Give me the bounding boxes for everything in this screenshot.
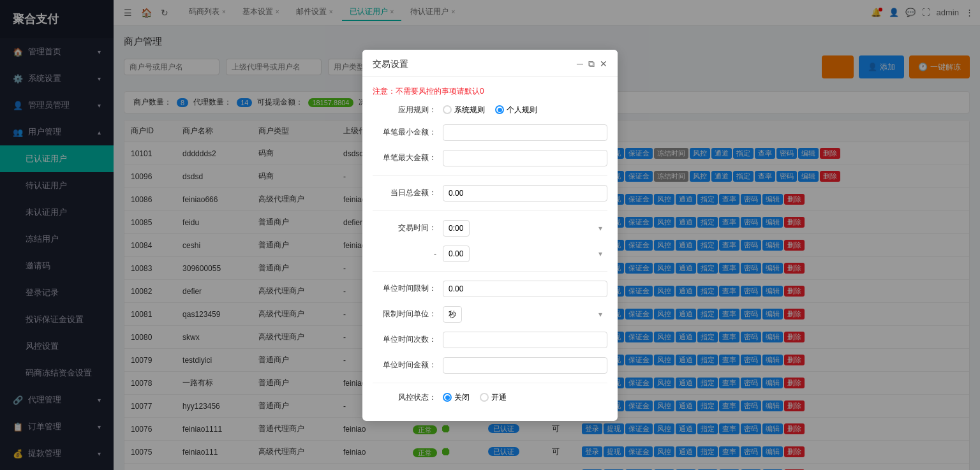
modal-body: 注意：不需要风控的事项请默认0 应用规则： 系统规则 个人规则 单笔最 [362,77,618,421]
risk-on-radio[interactable] [480,393,489,402]
modal-controls: ─ ⧉ ✕ [577,59,607,70]
time-end-select[interactable]: 0.00 [443,246,470,262]
personal-rule-option[interactable]: 个人规则 [495,105,537,115]
modal-title: 交易设置 [373,59,408,70]
unit-time-count-label: 单位时间次数： [373,334,443,345]
unit-time-limit-label: 单位时间限制： [373,283,443,294]
unit-time-amount-label: 单位时间金额： [373,360,443,371]
transaction-time-row: 交易时间： 0:00 [373,220,607,237]
min-amount-row: 单笔最小金额： [373,124,607,141]
unit-time-limit-input[interactable] [443,281,607,297]
max-amount-input[interactable] [443,150,607,166]
apply-rule-row: 应用规则： 系统规则 个人规则 [373,105,607,115]
modal-overlay: 交易设置 ─ ⧉ ✕ 注意：不需要风控的事项请默认0 应用规则： 系统规则 [0,0,980,470]
unit-time-limit-row: 单位时间限制： [373,281,607,297]
limit-time-unit-label: 限制时间单位： [373,309,443,319]
transaction-time-label: 交易时间： [373,223,443,233]
unit-time-count-input[interactable] [443,332,607,348]
max-amount-row: 单笔最大金额： [373,150,607,166]
transaction-time-sep: - [373,249,443,258]
limit-time-unit-select[interactable]: 秒 分 时 [443,306,462,323]
time-start-select[interactable]: 0:00 [443,220,470,237]
modal-notice: 注意：不需要风控的事项请默认0 [373,86,607,97]
risk-status-label: 风控状态： [373,392,443,403]
transaction-time-end-row: - 0.00 [373,246,607,262]
maximize-icon[interactable]: ⧉ [588,59,595,70]
system-rule-radio[interactable] [443,105,452,114]
risk-on-option[interactable]: 开通 [480,392,507,403]
close-icon[interactable]: ✕ [600,59,607,70]
limit-time-unit-row: 限制时间单位： 秒 分 时 [373,306,607,323]
daily-total-row: 当日总金额： [373,185,607,202]
system-rule-option[interactable]: 系统规则 [443,105,485,115]
unit-time-amount-input[interactable] [443,357,607,374]
risk-status-row: 风控状态： 关闭 开通 [373,392,607,403]
modal-header: 交易设置 ─ ⧉ ✕ [362,50,618,77]
risk-off-option[interactable]: 关闭 [443,392,470,403]
daily-total-input[interactable] [443,185,607,202]
personal-rule-radio[interactable] [495,105,504,114]
daily-total-label: 当日总金额： [373,187,443,198]
transaction-settings-modal: 交易设置 ─ ⧉ ✕ 注意：不需要风控的事项请默认0 应用规则： 系统规则 [362,50,618,421]
risk-off-radio[interactable] [443,393,452,402]
apply-rule-label: 应用规则： [373,105,443,115]
minimize-icon[interactable]: ─ [577,59,583,70]
unit-time-count-row: 单位时间次数： [373,332,607,348]
rule-radio-group: 系统规则 个人规则 [443,105,537,115]
min-amount-input[interactable] [443,124,607,141]
risk-status-radio-group: 关闭 开通 [443,392,507,403]
max-amount-label: 单笔最大金额： [373,152,443,163]
unit-time-amount-row: 单位时间金额： [373,357,607,374]
min-amount-label: 单笔最小金额： [373,127,443,138]
